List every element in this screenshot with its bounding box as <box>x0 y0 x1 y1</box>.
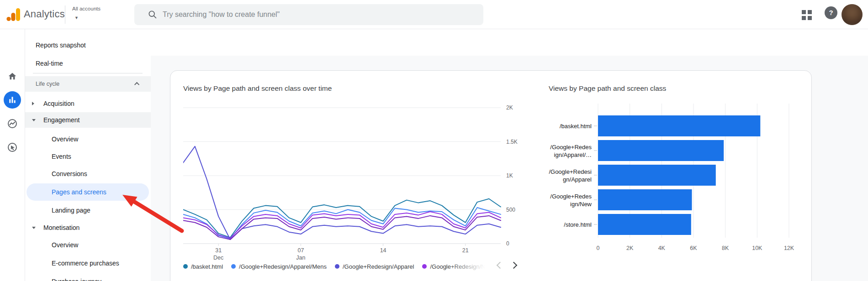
legend-fade-overlay <box>448 260 499 272</box>
legend-label: /basket.html <box>191 263 223 270</box>
advertising-icon <box>7 142 18 153</box>
sidebar-item-pages-and-screens[interactable]: Pages and screens <box>25 183 151 201</box>
bar-category-label: /basket.html <box>560 123 592 130</box>
legend-item: /basket.html <box>183 263 223 270</box>
legend-dot-icon <box>422 264 427 269</box>
help-icon[interactable]: ? <box>825 6 837 19</box>
avatar-photo <box>842 4 863 25</box>
bar-category-label: /Google+Redesi <box>549 168 592 175</box>
x-tick-label: 4K <box>658 245 666 251</box>
legend-item: /Google+Redesign/Apparel <box>335 263 414 270</box>
y-tick-label: 2K <box>506 104 513 111</box>
bar--Google-Redesign-Apparel[interactable] <box>598 165 716 186</box>
sidebar-item-label: Reports snapshot <box>36 42 86 49</box>
search-bar[interactable] <box>134 4 483 25</box>
sidebar-item-label: Pages and screens <box>52 188 106 196</box>
bar-category-label: gn/Apparel <box>563 176 592 183</box>
accounts-caret-icon[interactable]: ▼ <box>74 16 79 20</box>
bar--Google-Redesign-New[interactable] <box>598 189 692 210</box>
sidebar-item-reports-snapshot[interactable]: Reports snapshot <box>25 38 151 52</box>
explore-icon <box>7 118 18 129</box>
x-tick-label: 6K <box>690 245 697 251</box>
x-tick-label: 21 <box>462 247 469 254</box>
bar-category-label: /store.html <box>564 221 592 228</box>
sidebar-item-landing-page[interactable]: Landing page <box>25 203 151 217</box>
chevron-down-icon[interactable] <box>32 119 36 121</box>
legend-label: /Google+Redesign/Apparel <box>343 263 414 270</box>
x-tick-label: 14 <box>380 247 386 254</box>
sidebar-item-e-commerce-purchases[interactable]: E-commerce purchases <box>25 256 151 270</box>
sidebar-divider <box>33 73 143 73</box>
analytics-logo-icon[interactable] <box>6 8 21 21</box>
avatar[interactable] <box>842 4 863 25</box>
sidebar-item-real-time[interactable]: Real-time <box>25 57 151 70</box>
rail-reports-button[interactable] <box>4 91 21 109</box>
legend-label: /Google+Redesign/Apparel/Mens <box>239 263 327 270</box>
ga-app: Analytics All accounts ▼ ? <box>0 0 868 281</box>
sidebar-item-label: Landing page <box>52 207 90 214</box>
x-tick-label: 07 <box>297 247 304 254</box>
x-tick-label: 31 <box>215 247 222 254</box>
bar-chart: 02K4K6K8K10K12K/basket.html/Google+Redes… <box>540 100 812 260</box>
bar-category-label: /Google+Redes <box>550 193 592 200</box>
sidebar-item-monetisation[interactable]: Monetisation <box>25 220 151 235</box>
sidebar-item-label: Events <box>52 153 71 160</box>
legend-next-icon[interactable] <box>510 262 518 269</box>
nav-rail <box>0 29 25 281</box>
report-nav: Reports snapshotReal-timeLife cycleAcqui… <box>25 29 151 281</box>
apps-grid-icon[interactable] <box>801 9 813 21</box>
sidebar-item-conversions[interactable]: Conversions <box>25 167 151 181</box>
sidebar-item-label: Engagement <box>43 116 79 124</box>
rail-explore-button[interactable] <box>4 115 21 132</box>
sidebar-item-engagement[interactable]: Engagement <box>25 112 151 128</box>
bar-category-label: ign/New <box>570 201 592 208</box>
line-series--Google-Redesign-New[interactable] <box>183 212 501 238</box>
home-icon <box>7 71 17 81</box>
x-tick-label: Dec <box>213 255 223 261</box>
sidebar-item-overview[interactable]: Overview <box>25 238 151 252</box>
legend-item: /Google+Redesign/Apparel/Mens <box>231 263 327 270</box>
sidebar-item-label: Overview <box>52 241 78 249</box>
sidebar-item-label: Acquisition <box>43 100 74 107</box>
report-titlebar <box>151 29 868 56</box>
x-tick-label: 8K <box>722 245 729 251</box>
legend-dot-icon <box>231 264 236 269</box>
sidebar-section-lifecycle[interactable]: Life cycle <box>25 76 151 92</box>
sidebar-item-acquisition[interactable]: Acquisition <box>25 96 151 111</box>
bar-chart-title: Views by Page path and screen class <box>549 84 666 93</box>
bar--store-html[interactable] <box>598 214 691 235</box>
collapse-icon[interactable] <box>134 82 139 87</box>
rail-advertising-button[interactable] <box>4 139 21 156</box>
sidebar-item-events[interactable]: Events <box>25 150 151 163</box>
rail-home-button[interactable] <box>4 68 21 85</box>
sidebar-item-label: Monetisation <box>43 224 79 231</box>
sidebar-item-label: Life cycle <box>36 81 59 87</box>
x-tick-label: 12K <box>784 245 794 251</box>
line-chart-title: Views by Page path and screen class over… <box>183 84 332 93</box>
search-icon <box>148 10 157 19</box>
legend-dot-icon <box>183 264 188 269</box>
line-chart: 2K1.5K1K500031Dec07Jan1421 <box>183 102 524 261</box>
y-tick-label: 500 <box>506 207 515 213</box>
header-divider <box>65 5 65 24</box>
y-tick-label: 1K <box>506 172 513 179</box>
x-tick-label: 10K <box>752 245 762 251</box>
account-switcher[interactable]: All accounts <box>72 6 101 11</box>
chevron-right-icon[interactable] <box>32 102 34 105</box>
bar-category-label: /Google+Redes <box>550 144 592 151</box>
sidebar-item-overview[interactable]: Overview <box>25 132 151 146</box>
search-input[interactable] <box>163 4 478 25</box>
y-tick-label: 0 <box>506 240 509 247</box>
x-tick-label: 0 <box>597 245 600 251</box>
sidebar-item-purchase-journey[interactable]: Purchase journey <box>25 275 151 281</box>
bar--basket-html[interactable] <box>598 115 760 136</box>
bar--Google-Redesign-Apparel-[interactable] <box>598 140 724 161</box>
x-tick-label: Jan <box>296 255 305 261</box>
bar-chart-icon <box>8 95 17 104</box>
line-series--Google-Redesign-Apparel[interactable] <box>183 146 501 239</box>
chevron-down-icon[interactable] <box>32 227 36 229</box>
sidebar-item-label: E-commerce purchases <box>52 260 119 267</box>
brand-title: Analytics <box>24 8 65 20</box>
sidebar-item-label: Purchase journey <box>52 278 101 281</box>
app-header: Analytics All accounts ▼ ? <box>0 0 868 29</box>
